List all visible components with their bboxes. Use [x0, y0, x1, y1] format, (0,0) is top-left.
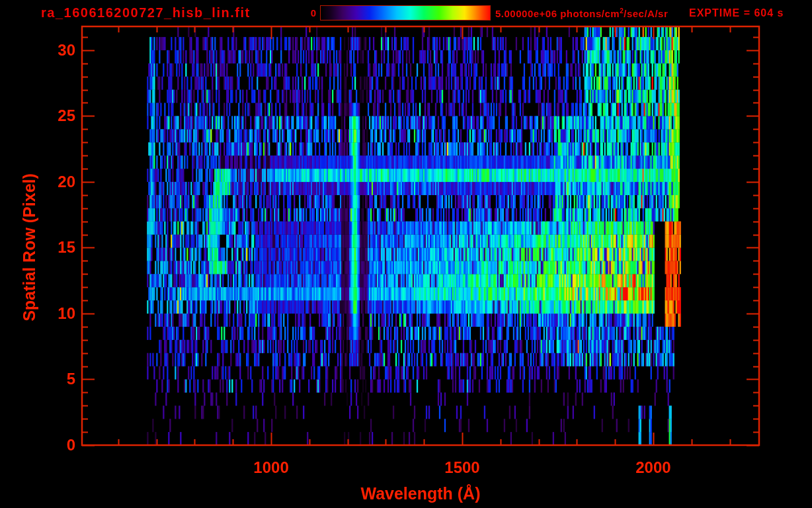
y-tick-label: 5: [29, 370, 75, 388]
colorbar-gradient: [320, 5, 491, 21]
file-title: ra_160616200727_hisb_lin.fit: [41, 5, 251, 21]
exptime-label: EXPTIME = 604 s: [689, 7, 784, 19]
spectral-heatmap-canvas: [0, 0, 812, 508]
x-tick-label: 1000: [231, 458, 311, 477]
y-tick-label: 15: [29, 238, 75, 257]
y-tick-label: 30: [29, 41, 75, 60]
y-tick-label: 0: [29, 436, 75, 454]
y-tick-label: 20: [29, 173, 75, 191]
units-suffix: /sec/A/sr: [624, 8, 668, 19]
spectrogram-window: ra_160616200727_hisb_lin.fit 0 5.00000e+…: [0, 0, 812, 508]
y-tick-label: 10: [29, 304, 75, 323]
x-axis-title: Wavelength (Å): [321, 484, 520, 503]
x-tick-label: 1500: [423, 458, 502, 477]
y-tick-label: 25: [29, 106, 75, 125]
colorbar-min-label: 0: [299, 7, 316, 19]
colorbar-max-label: 5.00000e+06 photons/cm2/sec/A/sr: [495, 7, 668, 19]
x-tick-label: 2000: [614, 458, 693, 477]
colorbar-max-value: 5.00000e+06 photons/cm: [495, 8, 620, 19]
